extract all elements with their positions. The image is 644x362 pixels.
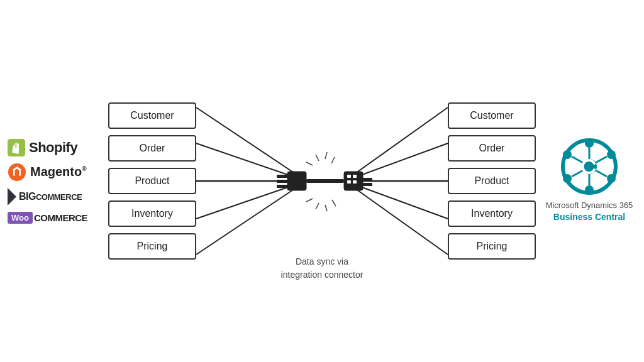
svg-point-37 bbox=[563, 150, 572, 159]
dynamics-icon bbox=[561, 138, 618, 195]
svg-text:S: S bbox=[15, 150, 18, 154]
svg-line-4 bbox=[196, 143, 297, 178]
svg-line-27 bbox=[316, 203, 319, 209]
svg-rect-32 bbox=[306, 179, 344, 183]
svg-rect-22 bbox=[362, 178, 372, 181]
svg-point-36 bbox=[585, 185, 594, 194]
svg-rect-18 bbox=[347, 175, 351, 178]
svg-line-44 bbox=[596, 156, 607, 163]
shopify-logo: S Shopify bbox=[8, 139, 77, 156]
dynamics-text: Microsoft Dynamics 365 Business Central bbox=[546, 200, 633, 224]
svg-rect-21 bbox=[353, 180, 357, 184]
right-box-product: Product bbox=[448, 168, 536, 194]
woocommerce-logo: Woo COMMERCE bbox=[8, 212, 87, 224]
svg-line-3 bbox=[196, 107, 297, 175]
svg-line-29 bbox=[306, 199, 313, 202]
svg-point-39 bbox=[563, 174, 572, 183]
svg-point-38 bbox=[607, 150, 616, 159]
svg-line-8 bbox=[353, 107, 448, 175]
svg-line-45 bbox=[572, 170, 583, 177]
svg-point-40 bbox=[607, 174, 616, 183]
svg-rect-15 bbox=[277, 180, 288, 183]
svg-rect-19 bbox=[353, 175, 357, 178]
svg-point-2 bbox=[8, 163, 26, 181]
svg-line-11 bbox=[353, 184, 448, 219]
magento-text: Magento® bbox=[30, 165, 87, 179]
svg-line-6 bbox=[196, 184, 297, 219]
main-diagram: S Shopify Magento® BIGCOMMERCE Woo COMME… bbox=[8, 11, 636, 351]
magento-icon bbox=[8, 163, 26, 182]
svg-rect-13 bbox=[287, 172, 306, 190]
right-box-inventory: Inventory bbox=[448, 200, 536, 227]
svg-line-7 bbox=[196, 187, 297, 255]
right-box-order: Order bbox=[448, 135, 536, 162]
magento-logo: Magento® bbox=[8, 163, 87, 182]
svg-rect-16 bbox=[277, 185, 288, 188]
svg-line-31 bbox=[332, 200, 336, 206]
svg-line-46 bbox=[596, 170, 607, 177]
svg-rect-14 bbox=[277, 175, 288, 178]
connector-label: Data sync via integration connector bbox=[281, 255, 364, 282]
bigcommerce-text: BIGCOMMERCE bbox=[19, 191, 82, 202]
right-box-pricing: Pricing bbox=[448, 233, 536, 260]
svg-rect-23 bbox=[362, 183, 372, 186]
svg-point-35 bbox=[585, 139, 594, 148]
svg-line-26 bbox=[306, 162, 313, 165]
left-logos-panel: S Shopify Magento® BIGCOMMERCE Woo COMME… bbox=[8, 139, 102, 224]
shopify-icon: S bbox=[8, 139, 25, 156]
svg-line-28 bbox=[325, 205, 327, 211]
right-boxes: Customer Order Product Inventory Pricing bbox=[448, 102, 536, 260]
svg-line-30 bbox=[331, 157, 335, 163]
right-box-customer: Customer bbox=[448, 102, 536, 129]
woocommerce-text: COMMERCE bbox=[34, 212, 87, 223]
svg-rect-20 bbox=[347, 180, 351, 184]
svg-line-25 bbox=[325, 152, 327, 159]
svg-line-24 bbox=[316, 155, 319, 161]
bigcommerce-icon bbox=[8, 188, 16, 206]
woocommerce-icon: Woo bbox=[8, 212, 33, 224]
svg-line-9 bbox=[353, 143, 448, 178]
dynamics-logo-panel: Microsoft Dynamics 365 Business Central bbox=[542, 138, 636, 224]
bigcommerce-logo: BIGCOMMERCE bbox=[8, 188, 82, 206]
svg-line-43 bbox=[572, 156, 583, 163]
shopify-text: Shopify bbox=[29, 140, 77, 156]
svg-line-12 bbox=[353, 187, 448, 255]
